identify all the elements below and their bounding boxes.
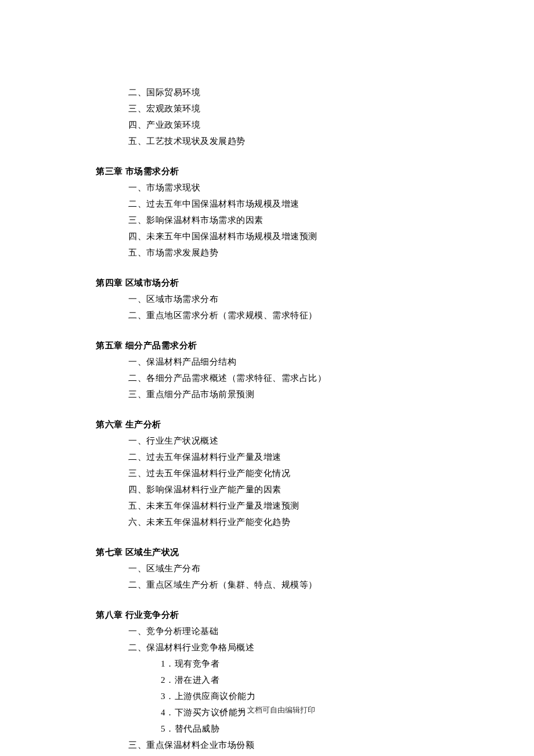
toc-item: 三、重点细分产品市场前景预测 (128, 386, 438, 402)
toc-item: 一、市场需求现状 (128, 179, 438, 196)
toc-item: 四、保温材料行业市场集中度 (128, 753, 438, 756)
toc-item: 二、保温材料行业竞争格局概述 (128, 639, 438, 656)
toc-sub-item: 2．潜在进入者 (161, 672, 438, 688)
toc-item: 三、宏观政策环境 (128, 100, 438, 117)
toc-item: 五、工艺技术现状及发展趋势 (128, 133, 438, 149)
chapter-heading: 第七章 区域生产状况 (96, 544, 438, 560)
toc-item: 二、各细分产品需求概述（需求特征、需求占比） (128, 370, 438, 386)
toc-item: 二、过去五年中国保温材料市场规模及增速 (128, 196, 438, 212)
toc-item: 五、未来五年保温材料行业产量及增速预测 (128, 498, 438, 514)
sub-item-list: 1．现有竞争者 2．潜在进入者 3．上游供应商议价能力 4．下游买方议价能力 5… (161, 656, 438, 737)
chapter-heading: 第四章 区域市场分析 (96, 275, 438, 291)
toc-item: 二、过去五年保温材料行业产量及增速 (128, 449, 438, 465)
toc-item: 四、未来五年中国保温材料市场规模及增速预测 (128, 228, 438, 244)
chapter-heading: 第三章 市场需求分析 (96, 163, 438, 179)
toc-item: 二、国际贸易环境 (128, 84, 438, 100)
page-footer: - 4 - / 12 文档可自由编辑打印 (0, 705, 534, 715)
intro-item-list: 二、国际贸易环境 三、宏观政策环境 四、产业政策环境 五、工艺技术现状及发展趋势 (128, 84, 438, 149)
chapter-item-list: 一、区域生产分布 二、重点区域生产分析（集群、特点、规模等） (128, 560, 438, 593)
chapter-item-list: 一、区域市场需求分布 二、重点地区需求分析（需求规模、需求特征） (128, 291, 438, 323)
chapter-item-list: 一、市场需求现状 二、过去五年中国保温材料市场规模及增速 三、影响保温材料市场需… (128, 179, 438, 261)
toc-item: 二、重点地区需求分析（需求规模、需求特征） (128, 307, 438, 323)
chapter-item-list: 一、行业生产状况概述 二、过去五年保温材料行业产量及增速 三、过去五年保温材料行… (128, 433, 438, 530)
chapter-heading: 第五章 细分产品需求分析 (96, 337, 438, 354)
toc-sub-item: 5．替代品威胁 (161, 721, 438, 737)
toc-item: 二、重点区域生产分析（集群、特点、规模等） (128, 577, 438, 593)
chapter-item-list: 一、保温材料产品细分结构 二、各细分产品需求概述（需求特征、需求占比） 三、重点… (128, 354, 438, 402)
toc-item: 一、竞争分析理论基础 (128, 623, 438, 639)
toc-item: 四、影响保温材料行业产能产量的因素 (128, 481, 438, 498)
toc-item: 三、影响保温材料市场需求的因素 (128, 212, 438, 228)
document-content: 二、国际贸易环境 三、宏观政策环境 四、产业政策环境 五、工艺技术现状及发展趋势… (0, 0, 534, 756)
toc-sub-item: 3．上游供应商议价能力 (161, 688, 438, 704)
toc-item: 六、未来五年保温材料行业产能变化趋势 (128, 514, 438, 530)
toc-item: 三、重点保温材料企业市场份额 (128, 737, 438, 753)
toc-item: 四、产业政策环境 (128, 117, 438, 133)
toc-sub-item: 1．现有竞争者 (161, 656, 438, 672)
toc-item: 三、过去五年保温材料行业产能变化情况 (128, 465, 438, 481)
toc-item: 五、市场需求发展趋势 (128, 244, 438, 261)
chapter-heading: 第八章 行业竞争分析 (96, 607, 438, 623)
toc-item: 一、区域生产分布 (128, 560, 438, 577)
chapter-item-list: 一、竞争分析理论基础 二、保温材料行业竞争格局概述 1．现有竞争者 2．潜在进入… (128, 623, 438, 756)
chapter-heading: 第六章 生产分析 (96, 416, 438, 433)
toc-item: 一、区域市场需求分布 (128, 291, 438, 307)
toc-item: 一、行业生产状况概述 (128, 433, 438, 449)
toc-item: 一、保温材料产品细分结构 (128, 354, 438, 370)
